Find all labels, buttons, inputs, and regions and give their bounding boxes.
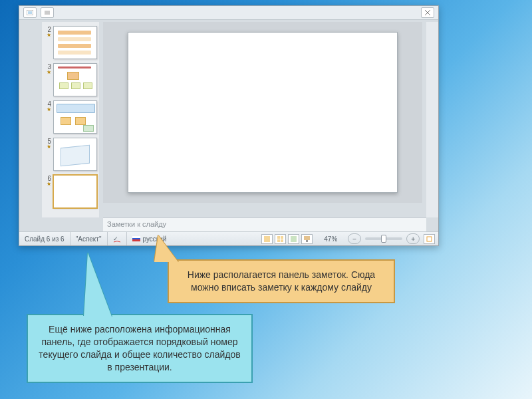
- slides-tab-button[interactable]: [23, 7, 37, 18]
- svg-rect-8: [264, 236, 270, 242]
- thumbnail-3[interactable]: 3 ★: [42, 63, 99, 96]
- callout-text: Ниже располагается панель заметок. Сюда …: [188, 269, 375, 293]
- outline-tab-button[interactable]: [41, 7, 54, 18]
- thumbnail-gutter: [22, 22, 41, 217]
- thumbnail-6[interactable]: 6 ★: [42, 175, 99, 208]
- svg-rect-12: [281, 239, 283, 242]
- status-bar: Слайд 6 из 6 "Аспект" ✓ русский 47% − +: [19, 231, 438, 245]
- theme-name[interactable]: "Аспект": [70, 232, 108, 245]
- slideshow-view-button[interactable]: [301, 234, 313, 244]
- sorter-view-button[interactable]: [275, 234, 286, 244]
- slide-thumbnails-panel[interactable]: 2 ★ 3 ★ 4: [42, 22, 99, 217]
- svg-rect-11: [277, 239, 280, 242]
- close-pane-button[interactable]: [421, 7, 434, 18]
- normal-view-button[interactable]: [261, 234, 273, 244]
- animation-star-icon: ★: [42, 181, 53, 187]
- svg-rect-1: [28, 11, 32, 14]
- slide-canvas[interactable]: [128, 32, 397, 192]
- notes-pane[interactable]: Заметки к слайду: [103, 217, 426, 232]
- thumbnail-5[interactable]: 5 ★: [42, 138, 99, 171]
- spellcheck-button[interactable]: ✓: [108, 232, 127, 245]
- vertical-scrollbar[interactable]: [426, 22, 438, 217]
- animation-star-icon: ★: [42, 69, 53, 75]
- flag-ru-icon: [132, 236, 140, 241]
- svg-rect-10: [281, 236, 283, 239]
- animation-star-icon: ★: [42, 144, 53, 150]
- svg-rect-16: [427, 237, 432, 241]
- svg-rect-13: [291, 236, 297, 242]
- spellcheck-icon: ✓: [113, 235, 121, 243]
- fit-to-window-button[interactable]: [424, 234, 435, 244]
- svg-rect-15: [306, 240, 308, 242]
- powerpoint-window: 2 ★ 3 ★ 4: [19, 5, 439, 246]
- notes-placeholder-text: Заметки к слайду: [107, 220, 166, 228]
- view-buttons-group: [255, 232, 319, 245]
- thumbnail-2[interactable]: 2 ★: [42, 26, 99, 59]
- slide-editor-stage[interactable]: [103, 22, 422, 203]
- svg-rect-14: [304, 236, 310, 240]
- zoom-in-button[interactable]: +: [406, 233, 420, 244]
- reading-view-button[interactable]: [288, 234, 299, 244]
- thumbnail-4[interactable]: 4 ★: [42, 100, 99, 134]
- callout-text: Ещё ниже расположена информационная пане…: [39, 324, 240, 372]
- slide-counter[interactable]: Слайд 6 из 6: [19, 232, 70, 245]
- animation-star-icon: ★: [42, 32, 53, 38]
- zoom-controls: − +: [342, 232, 438, 245]
- callout-status-bar: Ещё ниже расположена информационная пане…: [27, 314, 253, 383]
- svg-rect-9: [277, 236, 280, 239]
- zoom-slider[interactable]: [365, 237, 402, 240]
- zoom-percent[interactable]: 47%: [319, 232, 342, 245]
- callout-notes-panel: Ниже располагается панель заметок. Сюда …: [168, 259, 395, 303]
- animation-star-icon: ★: [42, 106, 53, 112]
- zoom-out-button[interactable]: −: [348, 233, 361, 244]
- pane-tab-bar: [19, 6, 438, 20]
